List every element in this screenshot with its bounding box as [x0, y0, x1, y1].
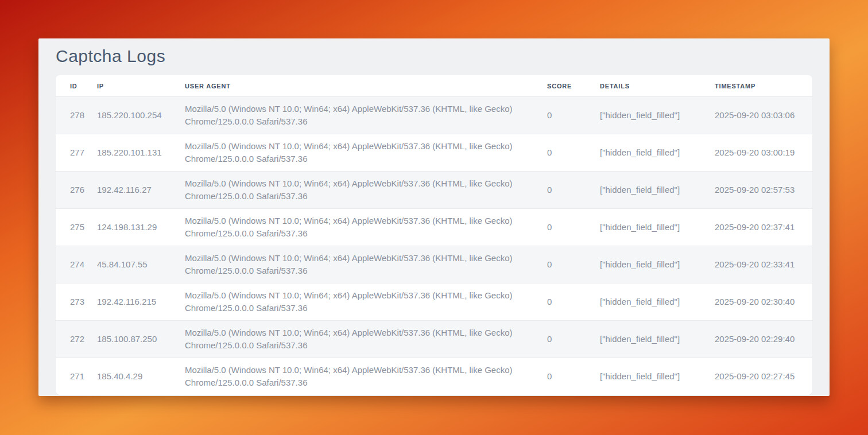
cell-score: 0 [547, 283, 600, 321]
cell-score: 0 [547, 209, 600, 246]
cell-details: ["hidden_field_filled"] [600, 358, 715, 395]
cell-id: 275 [56, 209, 97, 246]
cell-timestamp: 2025-09-20 02:33:41 [715, 246, 812, 283]
table-body: 278185.220.100.254Mozilla/5.0 (Windows N… [56, 97, 812, 395]
cell-details: ["hidden_field_filled"] [600, 209, 715, 246]
table-row: 276192.42.116.27Mozilla/5.0 (Windows NT … [56, 172, 812, 209]
cell-details: ["hidden_field_filled"] [600, 172, 715, 209]
cell-user-agent: Mozilla/5.0 (Windows NT 10.0; Win64; x64… [185, 209, 547, 246]
cell-ip: 192.42.116.27 [97, 172, 185, 209]
cell-timestamp: 2025-09-20 02:37:41 [715, 209, 812, 246]
column-header-details: DETAILS [600, 75, 715, 97]
page-background: { "page": { "title": "Captcha Logs" }, "… [0, 0, 868, 435]
cell-timestamp: 2025-09-20 02:30:40 [715, 283, 812, 321]
cell-timestamp: 2025-09-20 02:29:40 [715, 321, 812, 358]
cell-timestamp: 2025-09-20 03:00:19 [715, 134, 812, 172]
cell-ip: 185.40.4.29 [97, 358, 185, 395]
column-header-timestamp: TIMESTAMP [715, 75, 812, 97]
cell-details: ["hidden_field_filled"] [600, 134, 715, 172]
column-header-ip: IP [97, 75, 185, 97]
table-row: 273192.42.116.215Mozilla/5.0 (Windows NT… [56, 283, 812, 321]
cell-score: 0 [547, 246, 600, 283]
cell-ip: 45.84.107.55 [97, 246, 185, 283]
column-header-user-agent: USER AGENT [185, 75, 547, 97]
cell-timestamp: 2025-09-20 02:27:45 [715, 358, 812, 395]
table-row: 272185.100.87.250Mozilla/5.0 (Windows NT… [56, 321, 812, 358]
cell-id: 271 [56, 358, 97, 395]
column-header-id: ID [56, 75, 97, 97]
cell-id: 272 [56, 321, 97, 358]
cell-user-agent: Mozilla/5.0 (Windows NT 10.0; Win64; x64… [185, 321, 547, 358]
table-row: 271185.40.4.29Mozilla/5.0 (Windows NT 10… [56, 358, 812, 395]
page-title: Captcha Logs [56, 46, 812, 66]
cell-id: 273 [56, 283, 97, 321]
cell-id: 276 [56, 172, 97, 209]
cell-ip: 185.220.101.131 [97, 134, 185, 172]
cell-score: 0 [547, 321, 600, 358]
cell-user-agent: Mozilla/5.0 (Windows NT 10.0; Win64; x64… [185, 97, 547, 134]
cell-id: 274 [56, 246, 97, 283]
cell-details: ["hidden_field_filled"] [600, 321, 715, 358]
cell-ip: 192.42.116.215 [97, 283, 185, 321]
cell-details: ["hidden_field_filled"] [600, 97, 715, 134]
cell-details: ["hidden_field_filled"] [600, 283, 715, 321]
cell-user-agent: Mozilla/5.0 (Windows NT 10.0; Win64; x64… [185, 134, 547, 172]
column-header-score: SCORE [547, 75, 600, 97]
cell-id: 278 [56, 97, 97, 134]
captcha-logs-card: Captcha Logs ID IP USER AGENT SCORE DETA… [38, 38, 830, 396]
cell-user-agent: Mozilla/5.0 (Windows NT 10.0; Win64; x64… [185, 283, 547, 321]
cell-score: 0 [547, 97, 600, 134]
cell-score: 0 [547, 134, 600, 172]
table-header-row: ID IP USER AGENT SCORE DETAILS TIMESTAMP [56, 75, 812, 97]
cell-user-agent: Mozilla/5.0 (Windows NT 10.0; Win64; x64… [185, 172, 547, 209]
cell-ip: 185.220.100.254 [97, 97, 185, 134]
captcha-logs-table: ID IP USER AGENT SCORE DETAILS TIMESTAMP… [56, 75, 812, 395]
cell-ip: 185.100.87.250 [97, 321, 185, 358]
cell-details: ["hidden_field_filled"] [600, 246, 715, 283]
table-row: 27445.84.107.55Mozilla/5.0 (Windows NT 1… [56, 246, 812, 283]
cell-ip: 124.198.131.29 [97, 209, 185, 246]
cell-timestamp: 2025-09-20 03:03:06 [715, 97, 812, 134]
cell-user-agent: Mozilla/5.0 (Windows NT 10.0; Win64; x64… [185, 246, 547, 283]
cell-user-agent: Mozilla/5.0 (Windows NT 10.0; Win64; x64… [185, 358, 547, 395]
cell-score: 0 [547, 172, 600, 209]
table-row: 275124.198.131.29Mozilla/5.0 (Windows NT… [56, 209, 812, 246]
cell-timestamp: 2025-09-20 02:57:53 [715, 172, 812, 209]
table-row: 277185.220.101.131Mozilla/5.0 (Windows N… [56, 134, 812, 172]
cell-score: 0 [547, 358, 600, 395]
cell-id: 277 [56, 134, 97, 172]
table-row: 278185.220.100.254Mozilla/5.0 (Windows N… [56, 97, 812, 134]
